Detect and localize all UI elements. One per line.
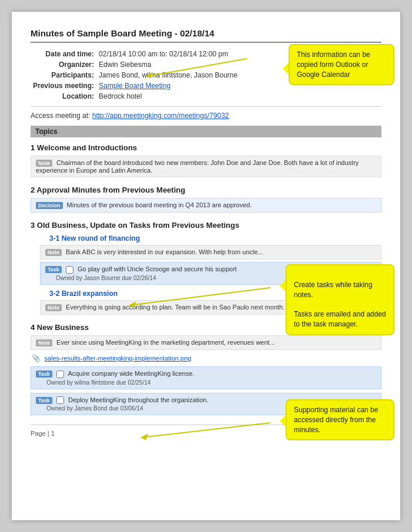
task-badge-4-1: Task: [36, 371, 52, 378]
subtopic-3-2-note-text: Everything is going according to plan. T…: [66, 304, 284, 311]
task-checkbox-3-1-1[interactable]: [66, 266, 73, 274]
date-label: Date and time:: [31, 49, 96, 59]
topics-header: Topics: [31, 126, 381, 137]
topic-4-note: Note Ever since using MeetingKing in the…: [31, 335, 381, 350]
topic-4-file-line: 📎 sales-results-after-meetingking-implem…: [31, 352, 381, 364]
location-value: Bedrock hotel: [96, 91, 381, 102]
task-3-1-1-text: Go play golf with Uncle Scrooge and secu…: [78, 265, 237, 272]
topic-3-title: 3 Old Business, Update on Tasks from Pre…: [31, 221, 381, 230]
topic-2: 2 Approval Minutes from Previous Meeting…: [31, 186, 381, 213]
task-badge-4-2: Task: [36, 397, 52, 404]
topic-1-number: 1: [31, 143, 37, 152]
footer-page-label: Page | 1: [31, 430, 55, 437]
page: Minutes of Sample Board Meeting - 02/18/…: [12, 12, 400, 520]
previous-label: Previous meeting:: [31, 80, 96, 91]
task-4-1-text: Acquire company wide MeetingKing license…: [68, 370, 194, 377]
task-4-2-text: Deploy MeetingKing throughout the organi…: [68, 396, 209, 403]
topic-4-note-text: Ever since using MeetingKing in the mark…: [56, 339, 275, 346]
note-badge-3-2: Note: [45, 304, 62, 311]
topic-3-number: 3: [31, 221, 37, 230]
note-badge-4: Note: [36, 339, 52, 346]
subtopic-3-1-note-text: Bank ABC is very interested in our expan…: [66, 248, 263, 255]
task-checkbox-4-2[interactable]: [56, 396, 64, 404]
topic-2-decision: Decision Minutes of the previous board m…: [31, 198, 381, 213]
decision-badge: Decision: [36, 202, 63, 209]
access-url-link[interactable]: http://app.meetingking.com/meetings/7903…: [92, 112, 229, 120]
topic-1-title: 1 Welcome and Introductions: [31, 143, 381, 152]
task-checkbox-4-1[interactable]: [56, 371, 64, 378]
topic-2-number: 2: [31, 186, 36, 194]
organizer-label: Organizer:: [31, 59, 96, 70]
paperclip-icon: 📎: [32, 354, 41, 362]
callout-1: This information can be copied form Outl…: [289, 44, 394, 85]
topic-3-text: Old Business, Update on Tasks from Previ…: [37, 221, 239, 230]
access-line: Access meeting at: http://app.meetingkin…: [31, 112, 381, 120]
location-label: Location:: [31, 91, 96, 102]
note-badge-1: Note: [36, 160, 52, 167]
file-link[interactable]: sales-results-after-meetingking-implemen…: [44, 355, 191, 362]
topic-2-title: 2 Approval Minutes from Previous Meeting: [31, 186, 381, 194]
topic-1-note-text: Chairman of the board introduced two new…: [36, 159, 359, 174]
topic-4-text: New Business: [37, 323, 89, 332]
topic-2-text: Approval Minutes from Previous Meeting: [36, 186, 185, 194]
topic-1-note: Note Chairman of the board introduced tw…: [31, 156, 381, 177]
previous-meeting-link[interactable]: Sample Board Meeting: [99, 82, 170, 90]
task-4-1-owned: Owned by wilma flintstone due 02/25/14: [36, 379, 376, 386]
task-4-1: Task Acquire company wide MeetingKing li…: [31, 366, 381, 389]
meta-row-location: Location: Bedrock hotel: [31, 91, 381, 102]
callout-2: Create tasks while taking notes. Tasks a…: [286, 264, 394, 335]
divider-1: [31, 106, 381, 107]
callout-3: Supporting material can be accessed dire…: [286, 399, 394, 440]
page-title: Minutes of Sample Board Meeting - 02/18/…: [31, 28, 381, 43]
topic-4-number: 4: [31, 323, 37, 332]
topic-1-text: Welcome and Introductions: [37, 143, 137, 152]
subtopic-3-1-title: 3-1 New round of financing: [49, 234, 381, 243]
participants-label: Participants:: [31, 70, 96, 80]
topic-1: 1 Welcome and Introductions Note Chairma…: [31, 143, 381, 177]
note-badge-3-1: Note: [45, 249, 62, 256]
subtopic-3-1-note: Note Bank ABC is very interested in our …: [40, 245, 381, 260]
task-badge-3-1-1: Task: [45, 266, 62, 273]
topic-2-decision-text: Minutes of the previous board meeting in…: [67, 201, 252, 208]
